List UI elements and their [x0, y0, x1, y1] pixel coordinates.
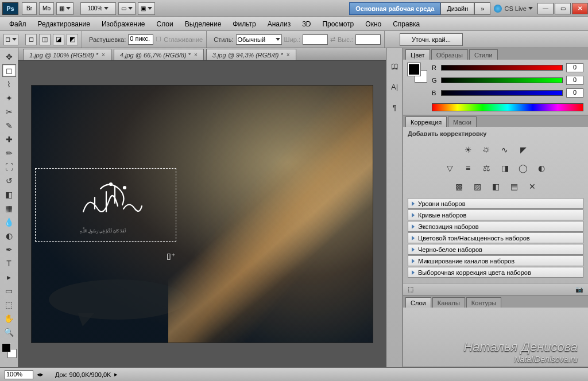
history-brush-tool[interactable]: ↺ — [2, 174, 16, 187]
vibrance-icon[interactable]: ▽ — [443, 162, 456, 174]
trash-icon[interactable]: 📷 — [575, 286, 583, 293]
hue-sat-icon[interactable]: ≡ — [462, 162, 474, 174]
history-panel-icon[interactable]: 🕮 — [389, 60, 400, 72]
move-tool[interactable]: ✥ — [2, 50, 16, 63]
feather-input[interactable]: 0 пикс. — [128, 34, 153, 45]
photo-filter-icon[interactable]: ◯ — [517, 162, 529, 174]
tab-masks[interactable]: Маски — [448, 116, 477, 127]
view-extras-button[interactable]: ▦ — [56, 2, 74, 15]
style-select[interactable]: Обычный — [236, 34, 282, 45]
menu-help[interactable]: Справка — [387, 18, 425, 30]
selective-color-icon[interactable]: ✕ — [526, 181, 539, 192]
workspace-essentials[interactable]: Основная рабочая среда — [349, 2, 440, 15]
tab-adjustments[interactable]: Коррекция — [405, 116, 447, 127]
b-slider[interactable] — [441, 90, 563, 96]
type-tool[interactable]: T — [2, 257, 16, 270]
cslive-button[interactable]: CS Live — [494, 5, 533, 13]
menu-select[interactable]: Выделение — [179, 18, 227, 30]
list-item[interactable]: Черно-белое наборов — [408, 244, 583, 255]
bridge-button[interactable]: Br — [22, 2, 37, 15]
3d-tool[interactable]: ⬚ — [2, 298, 16, 311]
shape-tool[interactable]: ▭ — [2, 285, 16, 297]
stamp-tool[interactable]: ⛶ — [2, 161, 16, 173]
menu-layer[interactable]: Слои — [151, 18, 179, 30]
maximize-button[interactable]: ▭ — [555, 3, 571, 14]
close-icon[interactable]: × — [102, 52, 105, 58]
list-item[interactable]: Микширование каналов наборов — [408, 255, 583, 266]
exposure-icon[interactable]: ◤ — [517, 144, 529, 155]
character-panel-icon[interactable]: A| — [389, 80, 400, 93]
list-item[interactable]: Уровни наборов — [408, 198, 583, 209]
selection-new-icon[interactable]: ◻ — [25, 34, 37, 45]
threshold-icon[interactable]: ◧ — [489, 181, 502, 192]
color-balance-icon[interactable]: ⚖ — [480, 162, 493, 174]
tab-layers[interactable]: Слои — [405, 297, 431, 308]
menu-3d[interactable]: 3D — [296, 18, 316, 30]
close-button[interactable]: ✕ — [572, 3, 588, 14]
zoom-stepper-icon[interactable]: ◂▸ — [37, 371, 44, 378]
tab-paths[interactable]: Контуры — [466, 297, 501, 308]
path-select-tool[interactable]: ▸ — [2, 271, 16, 283]
eyedropper-tool[interactable]: ✎ — [2, 119, 16, 132]
tab-color[interactable]: Цвет — [405, 49, 430, 60]
gradient-tool[interactable]: ▦ — [2, 202, 16, 215]
menu-image[interactable]: Изображение — [96, 18, 151, 30]
list-item[interactable]: Экспозиция наборов — [408, 221, 583, 232]
selection-add-icon[interactable]: ◫ — [39, 34, 51, 45]
fg-bg-swatch[interactable] — [408, 63, 427, 83]
close-icon[interactable]: × — [194, 52, 198, 58]
clip-icon[interactable]: ⬚ — [408, 286, 413, 293]
zoom-tool[interactable]: 🔍 — [2, 326, 16, 339]
g-slider[interactable] — [441, 77, 563, 83]
doc-tab-2[interactable]: 4.jpg @ 66,7% (RGB/8) *× — [114, 49, 204, 60]
curves-icon[interactable]: ∿ — [498, 144, 511, 155]
canvas-area[interactable]: لَقَدْ كَانَ لَكُمْ فِي رَسُولِ اللَّـهِ… — [18, 61, 386, 367]
tab-swatches[interactable]: Образцы — [431, 49, 468, 60]
workspace-design[interactable]: Дизайн — [440, 2, 474, 15]
selection-intersect-icon[interactable]: ◩ — [67, 34, 78, 45]
hand-tool[interactable]: ✋ — [2, 312, 16, 325]
r-value[interactable]: 0 — [566, 63, 583, 72]
healing-tool[interactable]: ✚ — [2, 133, 16, 146]
workspace-more[interactable]: » — [474, 2, 490, 15]
list-item[interactable]: Цветовой тон/Насыщенность наборов — [408, 232, 583, 243]
b-value[interactable]: 0 — [566, 88, 583, 98]
menu-view[interactable]: Просмотр — [316, 18, 359, 30]
posterize-icon[interactable]: ▨ — [471, 181, 483, 192]
channel-mixer-icon[interactable]: ◐ — [535, 162, 548, 174]
menu-edit[interactable]: Редактирование — [32, 18, 96, 30]
invert-icon[interactable]: ▩ — [452, 181, 465, 192]
refine-edge-button[interactable]: Уточн. край... — [400, 33, 463, 46]
menu-filter[interactable]: Фильтр — [227, 18, 261, 30]
minimize-button[interactable]: — — [537, 3, 554, 14]
doc-size-label[interactable]: Док: 900,0K/900,0K ▸ — [55, 371, 118, 378]
gradient-map-icon[interactable]: ▤ — [508, 181, 520, 192]
color-swatches[interactable] — [2, 343, 17, 358]
marquee-tool[interactable]: ◻ — [2, 64, 16, 77]
tab-channels[interactable]: Каналы — [432, 297, 465, 308]
list-item[interactable]: Выборочная коррекция цвета наборов — [408, 267, 583, 278]
levels-icon[interactable]: ⛮ — [480, 144, 493, 155]
crop-tool[interactable]: ✂ — [2, 106, 16, 118]
tab-styles[interactable]: Стили — [469, 49, 498, 60]
hue-bar[interactable] — [432, 103, 583, 111]
blur-tool[interactable]: 💧 — [2, 216, 16, 228]
lasso-tool[interactable]: ⌇ — [2, 78, 16, 91]
wand-tool[interactable]: ✦ — [2, 92, 16, 104]
pen-tool[interactable]: ✒ — [2, 243, 16, 256]
canvas[interactable]: لَقَدْ كَانَ لَكُمْ فِي رَسُولِ اللَّـهِ — [32, 85, 373, 343]
r-slider[interactable] — [441, 65, 563, 71]
doc-tab-3[interactable]: 3.jpg @ 94,3% (RGB/8) *× — [206, 49, 296, 60]
close-icon[interactable]: × — [287, 52, 290, 58]
brush-tool[interactable]: ✏ — [2, 147, 16, 160]
screen-mode-button[interactable]: ▣ — [138, 2, 155, 15]
list-item[interactable]: Кривые наборов — [408, 209, 583, 220]
eraser-tool[interactable]: ◧ — [2, 188, 16, 201]
bw-icon[interactable]: ◨ — [498, 162, 511, 174]
zoom-input[interactable]: 100% — [5, 370, 33, 379]
zoom-level[interactable]: 100% — [80, 2, 116, 15]
paragraph-panel-icon[interactable]: ¶ — [389, 101, 400, 114]
doc-tab-1[interactable]: 1.jpg @ 100% (RGB/8) *× — [23, 49, 111, 60]
arrange-button[interactable]: ▭ — [118, 2, 136, 15]
selection-subtract-icon[interactable]: ◪ — [53, 34, 64, 45]
